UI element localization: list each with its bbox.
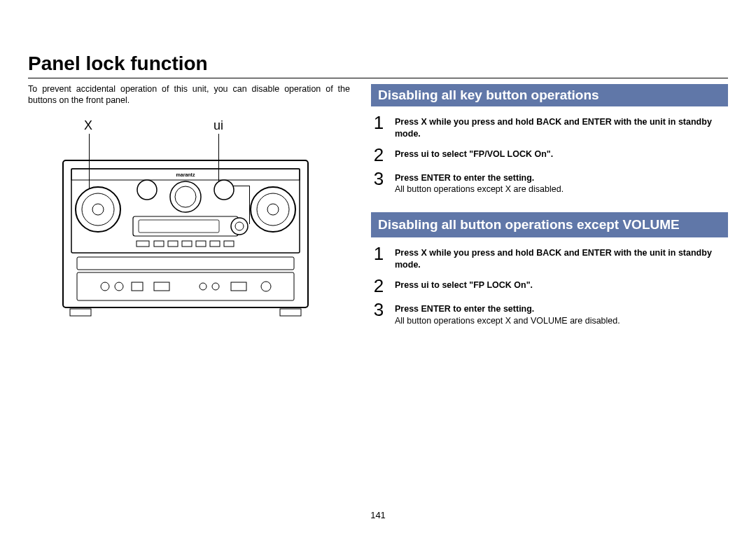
device-illustration-svg: marantz <box>56 146 315 321</box>
svg-rect-19 <box>168 241 178 247</box>
section2-heading: Disabling all button operations except V… <box>371 212 728 237</box>
svg-rect-29 <box>154 282 169 291</box>
svg-point-31 <box>212 283 219 290</box>
callout-ui: ui <box>214 118 223 133</box>
step-text: Press ENTER to enter the setting. <box>395 173 534 183</box>
svg-point-12 <box>214 180 234 200</box>
svg-rect-23 <box>224 241 234 247</box>
svg-rect-20 <box>182 241 192 247</box>
svg-rect-13 <box>133 216 238 236</box>
section2-steps: 1 Press X while you press and hold BACK … <box>371 244 728 327</box>
svg-rect-35 <box>280 309 301 316</box>
section1-steps: 1 Press X while you press and hold BACK … <box>371 113 728 196</box>
svg-point-10 <box>175 186 196 207</box>
step-row: 3 Press ENTER to enter the setting. All … <box>371 169 728 196</box>
step-note: All button operations except X and VOLUM… <box>395 316 620 326</box>
step-row: 1 Press X while you press and hold BACK … <box>371 244 728 271</box>
svg-point-26 <box>101 282 109 291</box>
svg-point-30 <box>200 283 206 290</box>
svg-rect-14 <box>139 220 219 233</box>
svg-rect-18 <box>154 241 164 247</box>
svg-rect-28 <box>132 282 143 291</box>
step-number: 1 <box>371 113 386 132</box>
step-text: Press X while you press and hold BACK an… <box>395 117 712 139</box>
step-number: 3 <box>371 300 386 319</box>
step-text: Press ENTER to enter the setting. <box>395 304 534 314</box>
svg-rect-34 <box>70 309 91 316</box>
svg-point-27 <box>115 282 123 291</box>
callout-x: X <box>84 118 92 133</box>
step-number: 2 <box>371 146 386 164</box>
step-text: Press X while you press and hold BACK an… <box>395 248 712 270</box>
page-number: 141 <box>370 510 386 520</box>
step-text: Press ui to select "FP/VOL LOCK On". <box>395 149 553 159</box>
step-note: All button operations except X are disab… <box>395 184 564 194</box>
step-number: 2 <box>371 277 386 295</box>
step-text: Press ui to select "FP LOCK On". <box>395 280 533 290</box>
step-row: 1 Press X while you press and hold BACK … <box>371 113 728 140</box>
device-diagram: X ui marantz <box>28 118 343 342</box>
svg-point-8 <box>267 204 279 215</box>
svg-point-5 <box>92 204 104 215</box>
step-row: 2 Press ui to select "FP LOCK On". <box>371 277 728 295</box>
step-number: 3 <box>371 169 386 188</box>
page-title: Panel lock function <box>28 53 728 78</box>
svg-point-16 <box>235 222 244 230</box>
brand-text: marantz <box>176 172 195 177</box>
svg-point-33 <box>261 282 271 291</box>
svg-rect-0 <box>63 160 308 307</box>
section1-heading: Disabling all key button operations <box>371 84 728 106</box>
step-row: 3 Press ENTER to enter the setting. All … <box>371 300 728 327</box>
svg-point-11 <box>137 180 157 200</box>
step-number: 1 <box>371 244 386 263</box>
intro-paragraph: To prevent accidental operation of this … <box>28 84 350 106</box>
step-row: 2 Press ui to select "FP/VOL LOCK On". <box>371 146 728 164</box>
svg-rect-21 <box>196 241 206 247</box>
svg-rect-17 <box>136 241 149 247</box>
svg-rect-22 <box>210 241 220 247</box>
svg-rect-32 <box>231 282 246 291</box>
svg-rect-24 <box>77 257 294 270</box>
